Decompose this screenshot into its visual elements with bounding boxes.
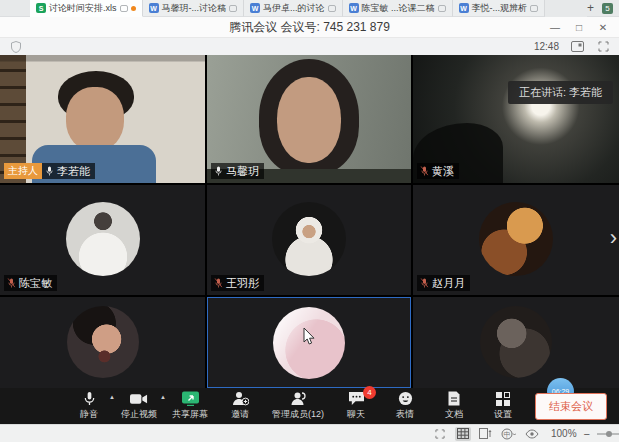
settings-label: 设置: [494, 408, 512, 421]
docs-label: 文档: [445, 408, 463, 421]
tab-doc-liyue[interactable]: W 李悦-...观辨析: [453, 0, 546, 17]
invite-button[interactable]: 邀请: [223, 391, 257, 421]
chevron-up-icon[interactable]: ▲: [109, 394, 115, 400]
participant-name: 马馨玥: [226, 163, 259, 179]
mic-muted-icon: [214, 277, 223, 289]
word-doc-icon: W: [149, 3, 159, 13]
document-icon: [448, 391, 460, 406]
invite-person-icon: [232, 391, 249, 406]
tab-doc-maxinyue[interactable]: W 马馨玥-...讨论稿: [143, 0, 245, 17]
fullscreen-view-icon[interactable]: [432, 427, 448, 441]
meeting-info-bar: 12:48: [0, 38, 619, 55]
fullscreen-icon[interactable]: [595, 40, 611, 54]
mute-button[interactable]: ▲ 静音: [72, 391, 106, 421]
word-doc-icon: W: [349, 3, 359, 13]
participant-video: [277, 77, 341, 163]
chevron-up-icon[interactable]: ▲: [160, 394, 166, 400]
mic-muted-icon: [420, 165, 429, 177]
mic-on-icon: [45, 165, 54, 177]
video-tile-maxinyue[interactable]: 马馨玥: [207, 55, 411, 183]
tab-label: 陈宝敏 ...论课二稿: [362, 2, 435, 15]
participant-name: 王羽彤: [226, 275, 259, 291]
next-page-chevron-icon[interactable]: ›: [610, 227, 617, 249]
comment-icon: [229, 5, 237, 12]
avatar-tile-chenbaomin[interactable]: 陈宝敏: [0, 185, 205, 295]
manage-members-button[interactable]: 管理成员(12): [272, 391, 324, 421]
zoom-out-button[interactable]: −: [584, 428, 590, 440]
end-meeting-button[interactable]: 结束会议: [535, 393, 607, 420]
maximize-button[interactable]: □: [567, 17, 591, 38]
meeting-toolbar: ▲ 静音 ▲ 停止视频 共享屏幕 邀请 管理成员(12): [0, 388, 619, 424]
video-tile-huangxi[interactable]: 正在讲话: 李若能 黄溪: [413, 55, 619, 183]
chat-unread-badge: 4: [363, 386, 376, 399]
docs-button[interactable]: 文档: [437, 391, 471, 421]
participant-name: 赵月月: [432, 275, 465, 291]
minimize-button[interactable]: —: [543, 17, 567, 38]
eye-protect-icon[interactable]: [524, 427, 540, 441]
document-tab-bar: S 讨论时间安排.xls W 马馨玥-...讨论稿 W 马伊卓...的讨论 W …: [0, 0, 619, 17]
tab-label: 李悦-...观辨析: [472, 2, 528, 15]
video-tile-liruoneng[interactable]: 主持人 李若能: [0, 55, 205, 183]
zoom-slider[interactable]: [597, 433, 619, 435]
tab-label: 马馨玥-...讨论稿: [162, 2, 227, 15]
participant-label: 王羽彤: [211, 275, 264, 291]
tab-doc-chenbaomin[interactable]: W 陈宝敏 ...论课二稿: [343, 0, 453, 17]
participant-name: 黄溪: [432, 163, 454, 179]
emoji-label: 表情: [396, 408, 414, 421]
unsaved-dot-icon: [131, 6, 136, 11]
share-screen-label: 共享屏幕: [172, 408, 208, 421]
participant-label: 黄溪: [417, 163, 459, 179]
meeting-title: 腾讯会议 会议号: 745 231 879: [0, 19, 619, 36]
tab-spacer: [0, 0, 30, 17]
settings-button[interactable]: 设置: [486, 391, 520, 421]
mute-label: 静音: [80, 408, 98, 421]
comment-icon: [530, 5, 538, 12]
tab-bar-right: + 5: [587, 0, 619, 17]
avatar-tile-zhaoyueyue[interactable]: › 赵月月: [413, 185, 619, 295]
close-button[interactable]: ✕: [591, 17, 615, 38]
share-screen-button[interactable]: 共享屏幕: [172, 391, 208, 421]
camera-icon: [130, 391, 148, 406]
avatar-tile-wangyutong[interactable]: 王羽彤: [207, 185, 411, 295]
translate-icon[interactable]: 中: [501, 427, 517, 441]
mic-muted-icon: [7, 277, 16, 289]
status-bar: 中 100% −: [0, 424, 619, 442]
comment-icon: [328, 5, 336, 12]
tab-count-badge[interactable]: 5: [602, 3, 613, 14]
avatar-tile-row3-right[interactable]: [413, 297, 619, 388]
page-layout-icon[interactable]: [478, 427, 494, 441]
microphone-icon: [83, 391, 96, 406]
speaking-tooltip: 正在讲话: 李若能: [508, 81, 613, 104]
invite-label: 邀请: [231, 408, 249, 421]
participant-name: 李若能: [57, 163, 90, 179]
members-label: 管理成员(12): [272, 408, 324, 421]
share-screen-icon: [181, 391, 200, 406]
info-bar-right: 12:48: [534, 40, 611, 54]
stop-video-button[interactable]: ▲ 停止视频: [121, 391, 157, 421]
avatar-tile-row3-left[interactable]: [0, 297, 205, 388]
svg-text:中: 中: [504, 430, 511, 437]
emoji-button[interactable]: 表情: [388, 391, 422, 421]
mic-muted-icon: [420, 277, 429, 289]
participant-label: 马馨玥: [211, 163, 264, 179]
tab-doc-mayizhuo[interactable]: W 马伊卓...的讨论: [244, 0, 343, 17]
mouse-cursor: [303, 327, 316, 350]
stop-video-label: 停止视频: [121, 408, 157, 421]
tab-label: 讨论时间安排.xls: [49, 2, 117, 15]
zoom-level: 100%: [551, 428, 577, 439]
chat-button[interactable]: 4 聊天: [339, 391, 373, 421]
comment-icon: [438, 5, 446, 12]
word-doc-icon: W: [250, 3, 260, 13]
meeting-title-bar: 腾讯会议 会议号: 745 231 879 — □ ✕: [0, 17, 619, 38]
layout-switch-icon[interactable]: [569, 40, 585, 54]
avatar: [66, 202, 140, 276]
avatar: [479, 202, 553, 276]
tab-schedule-xls[interactable]: S 讨论时间安排.xls: [30, 0, 143, 17]
comment-icon: [120, 5, 128, 12]
new-tab-button[interactable]: +: [587, 1, 594, 15]
security-shield-icon[interactable]: [8, 40, 24, 54]
zoom-slider-knob[interactable]: [606, 431, 612, 437]
grid-view-icon[interactable]: [455, 427, 471, 441]
word-doc-icon: W: [459, 3, 469, 13]
participant-label: 赵月月: [417, 275, 470, 291]
